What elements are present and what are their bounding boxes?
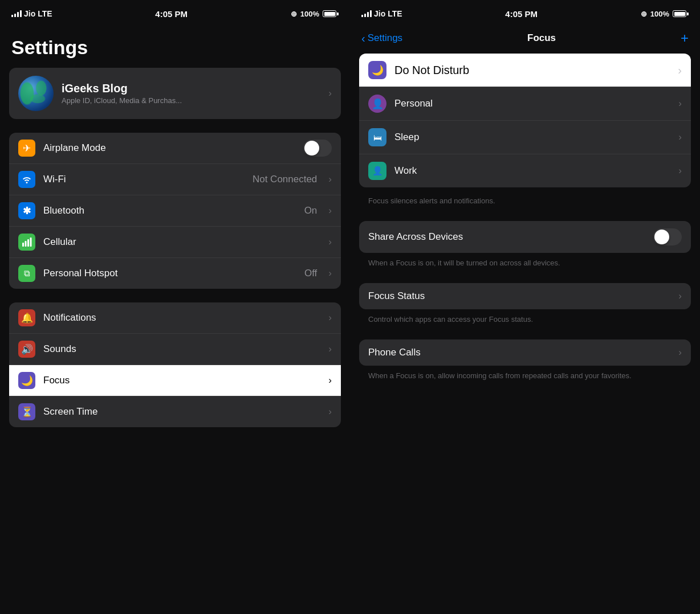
sounds-icon: 🔊 [18, 341, 35, 358]
hotspot-value: Off [304, 268, 317, 279]
notifications-label: Notifications [43, 312, 320, 324]
svg-rect-3 [30, 238, 32, 247]
svg-rect-0 [22, 243, 24, 247]
left-status-right: ⊕ 100% [291, 10, 339, 18]
airplane-mode-item[interactable]: ✈ Airplane Mode [9, 133, 341, 164]
bluetooth-value: On [304, 205, 318, 216]
focus-status-section: Focus Status › [359, 283, 691, 309]
left-time: 4:05 PM [155, 9, 188, 19]
focus-item-chevron: › [328, 375, 332, 386]
cellular-chevron: › [328, 236, 332, 248]
right-battery-percent: 100% [650, 10, 669, 18]
hotspot-icon: ⧉ [18, 265, 35, 282]
share-toggle[interactable] [653, 228, 682, 245]
notifications-icon: 🔔 [18, 309, 35, 326]
right-signal-icon [361, 10, 372, 17]
sounds-label: Sounds [43, 343, 320, 355]
wifi-item[interactable]: Wi-Fi Not Connected › [9, 164, 341, 195]
right-panel: Jio LTE 4:05 PM ⊕ 100% ‹ Settings Focus … [350, 0, 700, 614]
work-label: Work [394, 165, 670, 177]
personal-item[interactable]: 👤 Personal › [359, 87, 691, 121]
sleep-icon: 🛏 [368, 128, 386, 146]
focus-status-row[interactable]: Focus Status › [359, 283, 691, 309]
left-panel: Jio LTE 4:05 PM ⊕ 100% Settings iGeeks B… [0, 0, 350, 614]
focus-desc: Focus silences alerts and notifications. [359, 192, 691, 213]
right-location-icon: ⊕ [641, 10, 647, 18]
add-button[interactable]: + [681, 31, 689, 45]
personal-label: Personal [394, 98, 670, 109]
sounds-item[interactable]: 🔊 Sounds › [9, 334, 341, 365]
sleep-item[interactable]: 🛏 Sleep › [359, 121, 691, 154]
do-not-disturb-item[interactable]: 🌙 Do Not Disturb › [359, 54, 691, 87]
work-item[interactable]: 👤 Work › [359, 154, 691, 187]
cellular-item[interactable]: Cellular › [9, 227, 341, 258]
sounds-chevron: › [328, 343, 332, 355]
do-not-disturb-chevron: › [678, 64, 682, 77]
share-row[interactable]: Share Across Devices [359, 221, 691, 253]
right-battery-icon [673, 10, 689, 17]
back-label: Settings [368, 32, 402, 44]
left-status-left: Jio LTE [11, 9, 52, 18]
focus-status-desc: Control which apps can access your Focus… [359, 314, 691, 331]
profile-name: iGeeks Blog [62, 82, 320, 95]
profile-chevron: › [328, 88, 332, 99]
bluetooth-chevron: › [328, 205, 332, 216]
do-not-disturb-label: Do Not Disturb [394, 64, 670, 77]
share-section: Share Across Devices [359, 221, 691, 253]
sleep-chevron: › [678, 132, 682, 143]
nav-bar: ‹ Settings Focus + [350, 25, 700, 54]
focus-item-label: Focus [43, 375, 320, 386]
share-desc: When a Focus is on, it will be turned on… [359, 257, 691, 275]
personal-icon: 👤 [368, 95, 386, 113]
sleep-label: Sleep [394, 132, 670, 143]
carrier-label: Jio [24, 9, 35, 18]
cellular-icon [18, 234, 35, 251]
screen-time-label: Screen Time [43, 406, 320, 417]
notifications-item[interactable]: 🔔 Notifications › [9, 302, 341, 334]
focus-status-chevron: › [678, 290, 682, 302]
hotspot-label: Personal Hotspot [43, 268, 296, 279]
network-group: ✈ Airplane Mode Wi-Fi Not Connected › [9, 133, 341, 289]
airplane-mode-label: Airplane Mode [43, 142, 295, 154]
focus-item[interactable]: 🌙 Focus › [9, 365, 341, 396]
phone-calls-label: Phone Calls [368, 347, 671, 358]
notifications-chevron: › [328, 312, 332, 324]
phone-calls-chevron: › [678, 347, 682, 358]
work-chevron: › [678, 165, 682, 177]
location-icon: ⊕ [291, 10, 297, 18]
right-status-left: Jio LTE [361, 9, 402, 18]
screen-time-chevron: › [328, 406, 332, 417]
right-status-right: ⊕ 100% [641, 10, 689, 18]
wifi-value: Not Connected [253, 174, 317, 185]
bluetooth-item[interactable]: ✱ Bluetooth On › [9, 195, 341, 227]
right-status-bar: Jio LTE 4:05 PM ⊕ 100% [350, 0, 700, 25]
phone-calls-section: Phone Calls › [359, 339, 691, 366]
right-carrier-label: Jio [374, 9, 385, 18]
svg-rect-2 [27, 239, 29, 247]
avatar [18, 76, 54, 111]
nav-title: Focus [527, 32, 556, 44]
screen-time-item[interactable]: ⏳ Screen Time › [9, 396, 341, 427]
signal-icon [11, 10, 22, 17]
phone-calls-row[interactable]: Phone Calls › [359, 339, 691, 366]
airplane-mode-toggle[interactable] [303, 140, 332, 157]
profile-row[interactable]: iGeeks Blog Apple ID, iCloud, Media & Pu… [9, 68, 341, 119]
battery-percent: 100% [300, 10, 319, 18]
airplane-mode-icon: ✈ [18, 140, 35, 157]
left-status-bar: Jio LTE 4:05 PM ⊕ 100% [0, 0, 350, 25]
focus-item-icon: 🌙 [18, 372, 35, 389]
network-label: LTE [38, 9, 52, 18]
screen-time-icon: ⏳ [18, 403, 35, 420]
settings-title: Settings [0, 25, 350, 68]
back-button[interactable]: ‹ Settings [361, 32, 402, 45]
wifi-label: Wi-Fi [43, 174, 245, 185]
focus-status-label: Focus Status [368, 290, 671, 302]
back-chevron-icon: ‹ [361, 32, 365, 45]
do-not-disturb-icon: 🌙 [368, 61, 386, 79]
battery-icon [323, 10, 339, 17]
hotspot-item[interactable]: ⧉ Personal Hotspot Off › [9, 258, 341, 289]
wifi-chevron: › [328, 174, 332, 185]
personal-chevron: › [678, 98, 682, 109]
cellular-label: Cellular [43, 236, 320, 248]
notifications-group: 🔔 Notifications › 🔊 Sounds › 🌙 Focus › [9, 302, 341, 427]
